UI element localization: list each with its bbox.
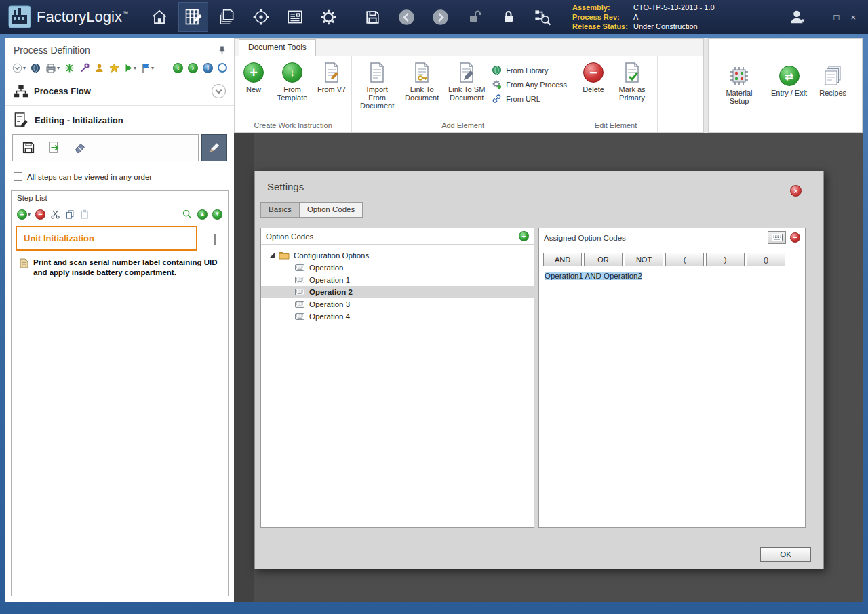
print-icon[interactable]: ▾	[45, 62, 60, 73]
favorite-star-icon[interactable]	[109, 62, 119, 73]
link-to-sm-document-button[interactable]: Link To SM Document	[444, 60, 489, 104]
recipes-icon	[824, 66, 842, 86]
tree-item-operation[interactable]: Operation	[261, 262, 534, 274]
close-button[interactable]: ×	[850, 12, 856, 22]
remove-assigned-button[interactable]: −	[790, 232, 800, 243]
panel-header: Process Definition	[5, 38, 234, 58]
tree-item-operation-2[interactable]: Operation 2	[261, 286, 534, 298]
link-to-document-button[interactable]: Link To Document	[399, 60, 444, 104]
any-order-checkbox[interactable]	[14, 172, 22, 181]
from-v7-button[interactable]: From V7	[315, 60, 349, 96]
titlebar: FactoryLogix™	[0, 0, 868, 34]
from-any-process-button[interactable]: From Any Process	[492, 79, 567, 89]
option-codes-content: Option Codes + Configuration Options	[260, 228, 806, 528]
or-button[interactable]: OR	[584, 253, 623, 266]
mark-as-primary-button[interactable]: Mark as Primary	[610, 60, 654, 104]
tree-expander-icon[interactable]	[270, 253, 275, 258]
import-step-icon[interactable]	[47, 142, 62, 153]
selected-step[interactable]: Unit Initialization	[16, 226, 197, 251]
tree-item-operation-1[interactable]: Operation 1	[261, 274, 534, 286]
work-instructions-button[interactable]	[178, 2, 208, 32]
paste-button[interactable]	[80, 209, 90, 220]
step-note-row: Print and scan serial number label conta…	[12, 252, 228, 282]
user-profile-button[interactable]	[787, 7, 808, 26]
nav-forward-icon[interactable]: ›	[188, 63, 198, 73]
view-options-icon[interactable]: ▾	[12, 62, 26, 73]
nav-back-icon[interactable]: ‹	[173, 63, 183, 73]
collapse-flow-button[interactable]	[212, 84, 226, 98]
sync-icon[interactable]	[218, 63, 227, 73]
edit-mode-button[interactable]	[201, 134, 227, 161]
tab-document-tools[interactable]: Document Tools	[239, 39, 316, 56]
ok-button[interactable]: OK	[760, 547, 811, 562]
dialog-title: Settings	[267, 181, 304, 192]
new-button[interactable]: + New	[237, 60, 270, 96]
tree-item-operation-4[interactable]: Operation 4	[261, 310, 534, 323]
move-step-up-button[interactable]: ▲	[197, 209, 208, 220]
keyboard-entry-button[interactable]	[768, 231, 786, 244]
from-library-button[interactable]: From Library	[492, 65, 567, 75]
settings-gear-button[interactable]	[314, 2, 344, 32]
flag-icon[interactable]: ▾	[141, 62, 154, 73]
any-order-label: All steps can be viewed in any order	[27, 173, 152, 181]
step-list-title: Step List	[12, 191, 228, 205]
step-list-panel: Step List +▾ −	[11, 190, 229, 596]
copy-button[interactable]	[65, 209, 75, 220]
audit-search-button[interactable]	[528, 2, 557, 32]
minimize-button[interactable]: –	[817, 12, 822, 22]
find-step-button[interactable]	[182, 209, 193, 220]
run-icon[interactable]: ▾	[124, 62, 136, 73]
expression-area[interactable]: Operation1 AND Operation2	[539, 269, 805, 283]
material-setup-button[interactable]: Material Setup	[717, 63, 762, 108]
tab-option-codes[interactable]: Option Codes	[299, 202, 363, 218]
tab-basics[interactable]: Basics	[260, 202, 300, 218]
pin-icon[interactable]	[218, 45, 226, 56]
add-option-code-button[interactable]: +	[519, 231, 529, 241]
link-globe-icon[interactable]	[31, 62, 41, 73]
erase-step-icon[interactable]	[73, 142, 87, 153]
assign-user-icon[interactable]	[94, 62, 104, 73]
info-icon[interactable]: i	[203, 63, 213, 73]
cut-button[interactable]	[50, 209, 60, 220]
import-from-document-button[interactable]: Import From Document	[355, 60, 399, 112]
from-template-button[interactable]: ↓ From Template	[270, 60, 315, 104]
unlock-button[interactable]	[460, 2, 490, 32]
forward-button[interactable]	[426, 2, 456, 32]
tree-root-configuration-options[interactable]: Configuration Options	[261, 249, 534, 262]
delete-element-button[interactable]: − Delete	[577, 60, 610, 96]
process-flow-row[interactable]: Process Flow	[5, 77, 234, 105]
step-expand-chevron[interactable]	[214, 234, 216, 243]
tools-icon[interactable]	[79, 62, 90, 73]
add-step-button[interactable]: +▾	[17, 209, 31, 220]
tree-item-operation-3[interactable]: Operation 3	[261, 298, 534, 310]
document-tools-ribbon: Document Tools + New ↓ From Template	[234, 38, 704, 133]
back-button[interactable]	[392, 2, 422, 32]
editing-action-box	[12, 134, 199, 161]
navigator-compass-button[interactable]	[246, 2, 276, 32]
and-button[interactable]: AND	[543, 253, 582, 266]
maximize-button[interactable]: □	[834, 12, 840, 22]
routing-icon[interactable]	[64, 62, 75, 73]
option-code-icon	[295, 313, 304, 320]
save-step-icon[interactable]	[21, 142, 36, 153]
move-step-down-button[interactable]: ▼	[212, 209, 222, 220]
lock-button[interactable]	[494, 2, 524, 32]
entry-exit-icon: ⇄	[779, 66, 800, 86]
process-documents-button[interactable]	[212, 2, 242, 32]
paren-pair-button[interactable]: ()	[747, 253, 785, 266]
save-button[interactable]	[358, 2, 388, 32]
from-url-icon	[492, 94, 502, 104]
news-button[interactable]	[280, 2, 310, 32]
dialog-close-button[interactable]: ×	[790, 185, 802, 197]
home-button[interactable]	[144, 2, 174, 32]
from-url-button[interactable]: From URL	[492, 94, 567, 104]
open-paren-button[interactable]: (	[665, 253, 704, 266]
settings-dialog: Settings × Basics Option Codes Option Co…	[254, 171, 824, 569]
not-button[interactable]: NOT	[625, 253, 663, 266]
recipes-button[interactable]: Recipes	[816, 63, 849, 100]
ribbon: Document Tools + New ↓ From Template	[234, 38, 863, 133]
work-instruction-canvas: Settings × Basics Option Codes Option Co…	[234, 133, 863, 602]
remove-step-button[interactable]: −	[35, 209, 45, 220]
close-paren-button[interactable]: )	[706, 253, 745, 266]
entry-exit-button[interactable]: ⇄ Entry / Exit	[768, 63, 810, 100]
